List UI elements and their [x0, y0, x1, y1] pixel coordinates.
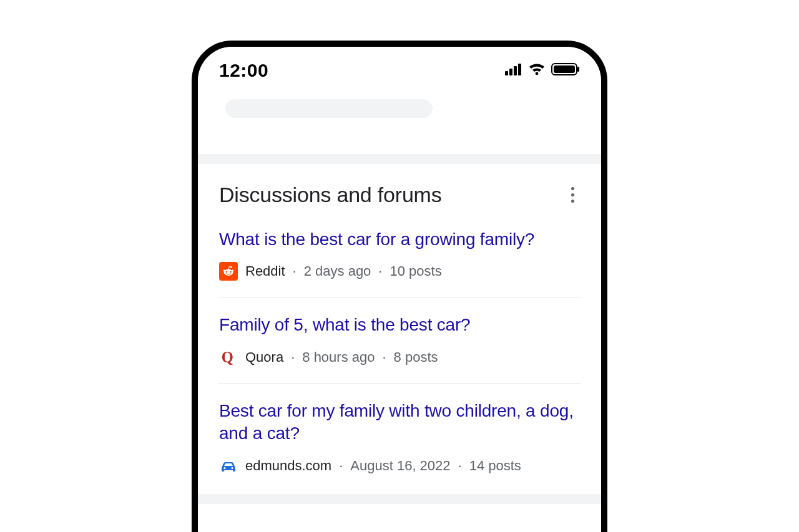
section-header: Discussions and forums: [218, 183, 581, 207]
result-item[interactable]: What is the best car for a growing famil…: [218, 225, 581, 297]
svg-point-10: [230, 271, 232, 273]
svg-point-16: [231, 467, 233, 468]
discussions-section: Discussions and forums What is the best …: [198, 164, 601, 491]
result-age: 8 hours ago: [302, 349, 375, 365]
search-area: [198, 84, 601, 154]
meta-separator: ·: [293, 263, 297, 279]
result-meta: Reddit · 2 days ago · 10 posts: [219, 262, 580, 281]
svg-point-11: [223, 270, 225, 272]
cellular-icon: [505, 63, 522, 78]
more-options-button[interactable]: [565, 185, 580, 205]
result-meta: Q Quora · 8 hours ago · 8 posts: [219, 348, 580, 367]
section-divider: [198, 494, 601, 504]
svg-rect-1: [509, 69, 512, 75]
result-post-count: 8 posts: [394, 349, 438, 365]
meta-separator: ·: [382, 349, 386, 365]
svg-point-9: [226, 271, 228, 273]
section-divider: [198, 154, 601, 164]
result-item[interactable]: Best car for my family with two children…: [218, 383, 581, 491]
search-skeleton: [225, 99, 433, 118]
result-source: Reddit: [245, 263, 285, 279]
stage: 12:00: [0, 0, 799, 532]
svg-rect-7: [577, 67, 579, 72]
result-age: August 16, 2022: [350, 458, 450, 474]
quora-icon: Q: [219, 348, 238, 367]
result-item[interactable]: Family of 5, what is the best car? Q Quo…: [218, 297, 581, 382]
result-source: edmunds.com: [245, 458, 331, 474]
result-meta: edmunds.com · August 16, 2022 · 14 posts: [219, 457, 580, 475]
svg-rect-0: [505, 71, 508, 75]
svg-point-12: [232, 270, 233, 272]
phone-frame: 12:00: [192, 41, 607, 532]
meta-separator: ·: [339, 458, 343, 474]
battery-icon: [551, 63, 580, 78]
result-title-link[interactable]: What is the best car for a growing famil…: [219, 228, 580, 251]
meta-separator: ·: [458, 458, 462, 474]
svg-point-4: [536, 72, 539, 75]
status-clock: 12:00: [219, 60, 268, 81]
result-source: Quora: [245, 349, 283, 365]
result-title-link[interactable]: Family of 5, what is the best car?: [219, 314, 580, 336]
status-bar: 12:00: [198, 47, 601, 84]
meta-separator: ·: [291, 349, 295, 365]
svg-text:Q: Q: [222, 349, 233, 365]
result-title-link[interactable]: Best car for my family with two children…: [219, 400, 580, 445]
phone-screen: 12:00: [198, 47, 601, 532]
result-post-count: 10 posts: [390, 263, 441, 279]
svg-rect-3: [518, 64, 521, 75]
svg-rect-2: [514, 66, 517, 75]
status-icons: [505, 63, 580, 78]
svg-rect-6: [554, 65, 575, 73]
result-post-count: 14 posts: [469, 458, 521, 474]
reddit-icon: [219, 262, 238, 281]
meta-separator: ·: [378, 263, 382, 279]
edmunds-icon: [219, 457, 238, 475]
wifi-icon: [529, 63, 545, 78]
section-title: Discussions and forums: [219, 183, 442, 207]
svg-point-15: [223, 467, 225, 468]
result-age: 2 days ago: [304, 263, 371, 279]
